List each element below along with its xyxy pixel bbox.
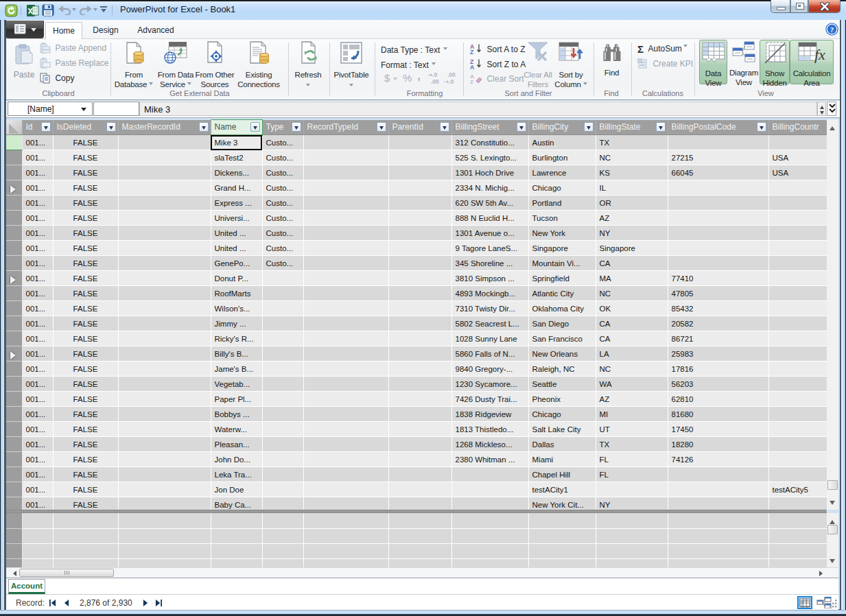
svg-text:Z: Z — [470, 79, 473, 84]
svg-text:fx: fx — [814, 46, 825, 63]
svg-text:A: A — [470, 64, 474, 69]
svg-text:Z: Z — [470, 49, 473, 54]
svg-text:?: ? — [830, 25, 834, 34]
